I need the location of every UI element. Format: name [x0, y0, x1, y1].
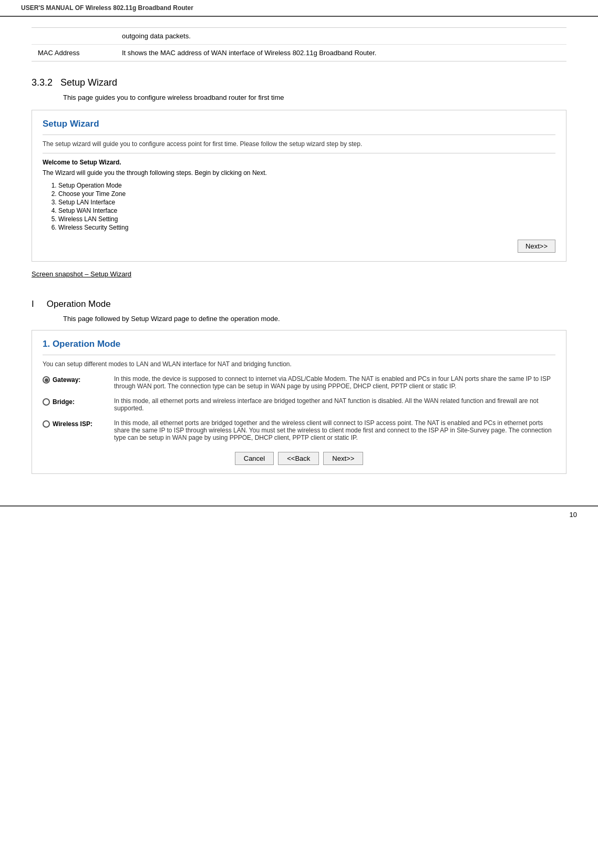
op-panel-title: 1. Operation Mode	[43, 339, 555, 349]
section-332-title: Setup Wizard	[60, 77, 117, 88]
panel-divider-2	[43, 153, 555, 153]
next-button-op[interactable]: Next>>	[323, 452, 363, 465]
bridge-text: In this mode, all ethernet ports and wir…	[114, 397, 555, 412]
op-buttons-row: Cancel <<Back Next>>	[43, 452, 555, 465]
sub-section-I-number: I	[32, 299, 34, 309]
operation-mode-panel: 1. Operation Mode You can setup differen…	[32, 330, 566, 474]
wireless-isp-radio[interactable]: Wireless ISP:	[43, 420, 106, 428]
mac-address-label: MAC Address	[32, 45, 116, 61]
step-4: Setup WAN Interface	[58, 207, 555, 214]
page-footer: 10	[0, 505, 598, 523]
op-panel-description: You can setup different modes to LAN and…	[43, 360, 555, 368]
bridge-row: Bridge: In this mode, all ethernet ports…	[43, 397, 555, 412]
step-2: Choose your Time Zone	[58, 190, 555, 198]
gateway-radio-circle[interactable]	[43, 376, 50, 384]
step-6: Wireless Security Setting	[58, 224, 555, 231]
next-button[interactable]: Next>>	[518, 240, 555, 253]
bridge-label: Bridge:	[53, 398, 75, 406]
sub-section-I-title: Operation Mode	[47, 299, 111, 309]
gateway-label: Gateway:	[53, 376, 80, 384]
setup-wizard-title: Setup Wizard	[43, 119, 555, 129]
setup-wizard-description: The setup wizard will guide you to confi…	[43, 140, 555, 148]
steps-list: Setup Operation Mode Choose your Time Zo…	[43, 182, 555, 231]
wireless-isp-text: In this mode, all ethernet ports are bri…	[114, 419, 555, 441]
step-1: Setup Operation Mode	[58, 182, 555, 189]
gateway-radio[interactable]: Gateway:	[43, 376, 106, 384]
sub-section-I: I Operation Mode This page followed by S…	[32, 299, 566, 323]
cancel-button[interactable]: Cancel	[235, 452, 274, 465]
step-3: Setup LAN Interface	[58, 199, 555, 206]
page-number: 10	[570, 511, 577, 519]
setup-wizard-welcome: Welcome to Setup Wizard.	[43, 159, 555, 166]
snapshot-label: Screen snapshot – Setup Wizard	[32, 270, 566, 288]
wireless-isp-row: Wireless ISP: In this mode, all ethernet…	[43, 419, 555, 441]
page-content: outgoing data packets. MAC Address It sh…	[0, 17, 598, 505]
wireless-isp-radio-circle[interactable]	[43, 420, 50, 428]
page-header: USER'S MANUAL OF Wireless 802.11g Broadb…	[0, 0, 598, 17]
table-label-empty	[32, 28, 116, 45]
section-332-heading: 3.3.2 Setup Wizard	[32, 77, 566, 88]
info-table: outgoing data packets. MAC Address It sh…	[32, 27, 566, 61]
snapshot-label-text: Screen snapshot – Setup Wizard	[32, 270, 131, 278]
setup-wizard-panel: Setup Wizard The setup wizard will guide…	[32, 110, 566, 262]
table-row: outgoing data packets.	[32, 28, 566, 45]
gateway-row: Gateway: In this mode, the device is sup…	[43, 375, 555, 390]
bridge-radio-circle[interactable]	[43, 398, 50, 406]
panel-divider	[43, 135, 555, 135]
back-button[interactable]: <<Back	[278, 452, 319, 465]
header-text: USER'S MANUAL OF Wireless 802.11g Broadb…	[21, 4, 193, 12]
wireless-isp-label: Wireless ISP:	[53, 420, 92, 428]
section-332-number: 3.3.2	[32, 77, 53, 88]
mac-address-value: It shows the MAC address of WAN interfac…	[116, 45, 566, 61]
gateway-text: In this mode, the device is supposed to …	[114, 375, 555, 390]
setup-wizard-guide: The Wizard will guide you the through fo…	[43, 169, 555, 177]
step-5: Wireless LAN Setting	[58, 215, 555, 223]
bridge-radio[interactable]: Bridge:	[43, 398, 106, 406]
table-row: MAC Address It shows the MAC address of …	[32, 45, 566, 61]
op-panel-divider	[43, 355, 555, 355]
section-332-intro: This page guides you to configure wirele…	[63, 94, 566, 101]
sub-section-I-intro: This page followed by Setup Wizard page …	[63, 315, 566, 323]
table-value-outgoing: outgoing data packets.	[116, 28, 566, 45]
sub-section-I-heading: I Operation Mode	[32, 299, 566, 309]
next-btn-row: Next>>	[43, 240, 555, 253]
